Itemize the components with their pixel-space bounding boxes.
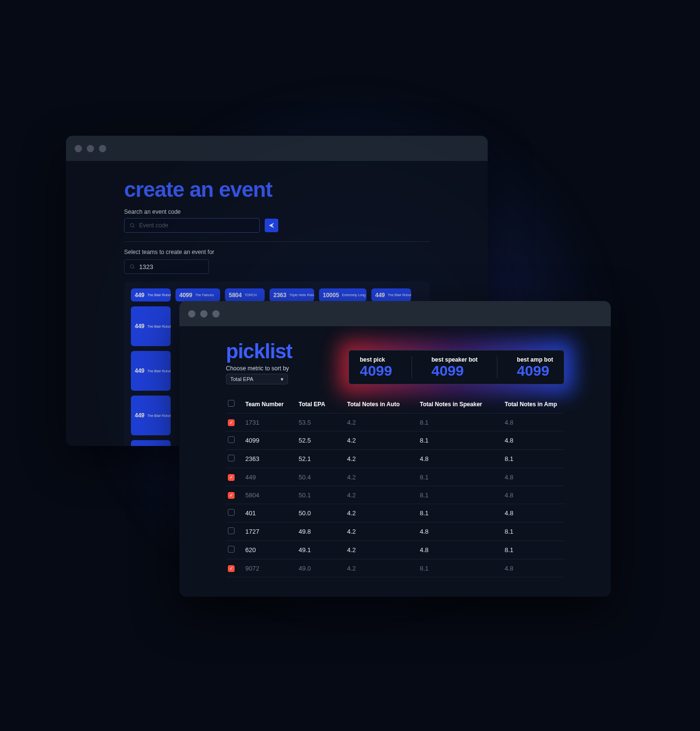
row-checkbox[interactable] bbox=[228, 436, 235, 443]
divider bbox=[124, 241, 430, 242]
traffic-dot[interactable] bbox=[200, 310, 207, 318]
team-chip[interactable]: 449The Blair Robot Project bbox=[131, 396, 171, 435]
table-header: Team Number Total EPA Total Notes in Aut… bbox=[226, 395, 564, 413]
team-chip[interactable]: 449The Blair Robot Project bbox=[131, 351, 171, 391]
cell-speaker: 8.1 bbox=[420, 509, 505, 517]
select-all-checkbox[interactable] bbox=[228, 400, 235, 407]
traffic-dot[interactable] bbox=[188, 310, 195, 318]
traffic-dot[interactable] bbox=[75, 145, 82, 152]
table-row[interactable]: 1731 53.5 4.2 8.1 4.8 bbox=[226, 413, 564, 431]
cell-epa: 49.0 bbox=[299, 565, 347, 572]
chevron-down-icon: ▾ bbox=[281, 376, 284, 382]
event-code-placeholder: Event code bbox=[139, 222, 168, 229]
cell-team: 4099 bbox=[245, 437, 299, 444]
row-checkbox[interactable] bbox=[228, 419, 235, 426]
table-row[interactable]: 401 50.0 4.2 8.1 4.8 bbox=[226, 504, 564, 523]
cell-auto: 4.2 bbox=[347, 455, 420, 462]
traffic-dot[interactable] bbox=[212, 310, 220, 318]
row-checkbox[interactable] bbox=[228, 527, 235, 534]
team-chip[interactable]: 10005Extremely Long Team Name bbox=[319, 288, 366, 302]
table-row[interactable]: 9072 49.0 4.2 8.1 4.8 bbox=[226, 559, 564, 577]
team-chip[interactable]: 5804TORCH bbox=[225, 288, 265, 302]
table-row[interactable]: 2363 52.1 4.2 4.8 8.1 bbox=[226, 450, 564, 468]
traffic-dot[interactable] bbox=[99, 145, 106, 152]
col-team: Team Number bbox=[245, 401, 299, 408]
team-chip-name: The Blair Robot Project bbox=[147, 293, 171, 297]
metric-selected-value: Total EPA bbox=[230, 376, 254, 382]
team-chip-number: 449 bbox=[135, 367, 144, 374]
cell-auto: 4.2 bbox=[347, 546, 420, 554]
table-row[interactable]: 620 49.1 4.2 4.8 8.1 bbox=[226, 541, 564, 559]
cell-epa: 49.8 bbox=[299, 528, 347, 535]
svg-point-0 bbox=[130, 223, 134, 227]
team-chip-number: 449 bbox=[135, 323, 144, 330]
submit-event-button[interactable] bbox=[265, 219, 278, 232]
cell-speaker: 4.8 bbox=[420, 455, 505, 462]
traffic-dot[interactable] bbox=[87, 145, 94, 152]
search-icon bbox=[129, 264, 135, 270]
best-picks-panel: best pick 4099 best speaker bot 4099 bes… bbox=[349, 350, 564, 385]
cell-amp: 4.8 bbox=[505, 509, 568, 517]
cell-team: 9072 bbox=[245, 565, 299, 572]
team-chip-number: 5804 bbox=[229, 292, 242, 299]
team-chip[interactable]: 449The Blair Robot Project bbox=[131, 440, 171, 446]
row-checkbox[interactable] bbox=[228, 474, 235, 481]
table-row[interactable]: 5804 50.1 4.2 8.1 4.8 bbox=[226, 486, 564, 504]
team-chip[interactable]: 4099The Falcons bbox=[175, 288, 220, 302]
cell-amp: 8.1 bbox=[505, 546, 568, 554]
team-chip-number: 4099 bbox=[179, 292, 192, 299]
cell-speaker: 8.1 bbox=[420, 565, 505, 572]
cell-amp: 4.8 bbox=[505, 565, 568, 572]
table-row[interactable]: 1727 49.8 4.2 4.8 8.1 bbox=[226, 523, 564, 541]
team-chip-number: 449 bbox=[135, 412, 144, 419]
team-chip[interactable]: 2363Triple Helix Robotics bbox=[270, 288, 314, 302]
cell-speaker: 8.1 bbox=[420, 437, 505, 444]
cell-amp: 4.8 bbox=[505, 437, 568, 444]
team-chip-name: Extremely Long Team Name bbox=[342, 293, 366, 297]
team-chip-number: 449 bbox=[135, 292, 144, 299]
team-chip[interactable]: 449The Blair Robot Project bbox=[371, 288, 411, 302]
page-title: picklist bbox=[226, 340, 292, 363]
metric-label: Choose metric to sort by bbox=[226, 365, 292, 372]
metric-select[interactable]: Total EPA ▾ bbox=[226, 374, 288, 384]
cell-epa: 49.1 bbox=[299, 546, 347, 554]
row-checkbox[interactable] bbox=[228, 509, 235, 516]
cell-speaker: 8.1 bbox=[420, 492, 505, 499]
cell-epa: 53.5 bbox=[299, 419, 347, 426]
cell-team: 449 bbox=[245, 474, 299, 481]
best-amp-value: 4099 bbox=[517, 363, 553, 379]
team-chip-name: The Blair Robot Project bbox=[388, 293, 411, 297]
cell-speaker: 8.1 bbox=[420, 474, 505, 481]
row-checkbox[interactable] bbox=[228, 546, 235, 553]
cell-team: 5804 bbox=[245, 492, 299, 499]
row-checkbox[interactable] bbox=[228, 455, 235, 461]
cell-auto: 4.2 bbox=[347, 474, 420, 481]
best-speaker-value: 4099 bbox=[431, 363, 477, 379]
col-speaker: Total Notes in Speaker bbox=[420, 401, 505, 408]
event-code-input[interactable]: Event code bbox=[124, 218, 260, 233]
table-row[interactable]: 4099 52.5 4.2 8.1 4.8 bbox=[226, 431, 564, 450]
team-chip-name: The Blair Robot Project bbox=[147, 325, 171, 328]
team-chip[interactable]: 449The Blair Robot Project bbox=[131, 306, 171, 346]
window-picklist: picklist Choose metric to sort by Total … bbox=[179, 301, 611, 597]
cell-speaker: 8.1 bbox=[420, 419, 505, 426]
cell-epa: 50.0 bbox=[299, 509, 347, 517]
svg-line-3 bbox=[133, 268, 134, 269]
best-speaker-label: best speaker bot bbox=[431, 356, 477, 363]
cell-team: 1727 bbox=[245, 528, 299, 535]
team-chip-name: TORCH bbox=[245, 293, 257, 297]
cell-epa: 52.1 bbox=[299, 455, 347, 462]
search-icon bbox=[129, 222, 135, 228]
titlebar bbox=[66, 136, 488, 161]
row-checkbox[interactable] bbox=[228, 565, 235, 572]
team-search-value: 1323 bbox=[139, 263, 153, 270]
row-checkbox[interactable] bbox=[228, 492, 235, 499]
cell-speaker: 4.8 bbox=[420, 546, 505, 554]
col-amp: Total Notes in Amp bbox=[505, 401, 568, 408]
select-teams-label: Select teams to create an event for bbox=[124, 249, 430, 255]
cell-epa: 50.1 bbox=[299, 492, 347, 499]
table-row[interactable]: 449 50.4 4.2 8.1 4.8 bbox=[226, 468, 564, 486]
event-code-label: Search an event code bbox=[124, 208, 430, 215]
team-chip[interactable]: 449The Blair Robot Project bbox=[131, 288, 171, 302]
team-search-input[interactable]: 1323 bbox=[124, 259, 209, 274]
